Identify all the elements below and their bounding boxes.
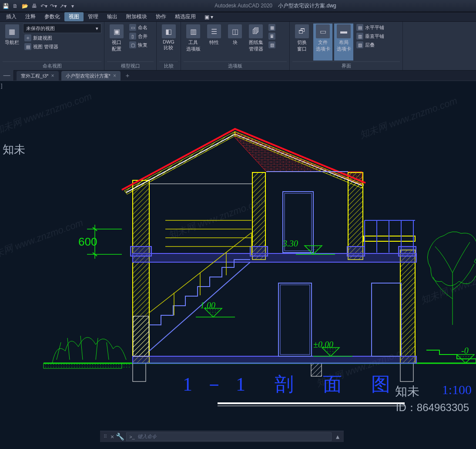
svg-rect-6 bbox=[133, 363, 146, 381]
window-title: Autodesk AutoCAD 2020 小户型农宅设计方案.dwg bbox=[77, 2, 474, 10]
layout-tabs-button[interactable]: ▬布局 选项卡 bbox=[334, 24, 353, 61]
save-icon[interactable]: 💾 bbox=[2, 2, 10, 10]
elevation-000: ±0.00 bbox=[313, 340, 333, 349]
command-input[interactable]: >_ 键入命令 bbox=[126, 432, 332, 441]
tile-v-icon: ▥ bbox=[356, 33, 363, 40]
navbar-label: 导航栏 bbox=[5, 39, 19, 46]
new-view-button[interactable]: ✧新建视图 bbox=[23, 34, 54, 42]
restore-vp-button[interactable]: ▢恢复 bbox=[128, 41, 149, 49]
menu-manage[interactable]: 管理 bbox=[84, 12, 103, 21]
svg-rect-15 bbox=[133, 356, 416, 363]
menu-featured[interactable]: 精选应用 bbox=[171, 12, 200, 21]
restore-vp-icon: ▢ bbox=[129, 41, 136, 48]
menu-collaborate[interactable]: 协作 bbox=[151, 12, 171, 21]
command-hint: 键入命令 bbox=[137, 433, 157, 440]
start-tab[interactable]: — bbox=[0, 70, 14, 81]
file-tabs-button[interactable]: ▭文件 选项卡 bbox=[313, 24, 332, 61]
svg-rect-40 bbox=[278, 283, 312, 356]
palette-misc-2[interactable]: 🖩 bbox=[267, 32, 277, 40]
wrench-icon[interactable]: 🔧 bbox=[116, 432, 124, 441]
menu-annotate[interactable]: 注释 bbox=[21, 12, 40, 21]
doc-tab-label: 室外工程_t3* bbox=[21, 73, 49, 79]
title-bar: 💾 🗎 📂 🖶 ↶▾ ↷▾ ↗▾ ▾ Autodesk AutoCAD 2020… bbox=[0, 0, 476, 12]
elevation-330: 3.30 bbox=[282, 239, 298, 248]
quick-access-toolbar: 💾 🗎 📂 🖶 ↶▾ ↷▾ ↗▾ ▾ bbox=[2, 2, 77, 10]
named-vp-icon: ▭ bbox=[129, 24, 136, 31]
named-vp-button[interactable]: ▭命名 bbox=[128, 24, 149, 31]
blocks-button[interactable]: ◫块 bbox=[225, 24, 245, 61]
misc-icon: ▧ bbox=[268, 41, 275, 48]
menu-overflow[interactable]: ▣ ▾ bbox=[200, 13, 218, 21]
svg-rect-43 bbox=[133, 316, 149, 356]
chevron-up-icon[interactable]: ▴ bbox=[333, 432, 342, 441]
panel-model-viewports: ▣ 视口 配置 ▭命名 ▯合并 ▢恢复 模型视口 bbox=[104, 22, 157, 70]
elevation-neg: -0 bbox=[461, 346, 469, 355]
ribbon: ▦ 导航栏 未保存的视图 ▾ ✧新建视图 ▤视图 管理器 命名视图 ▣ 视口 配… bbox=[0, 22, 476, 71]
print-icon[interactable]: 🖶 bbox=[30, 2, 38, 10]
menu-output[interactable]: 输出 bbox=[103, 12, 122, 21]
panel-named-views: ▦ 导航栏 未保存的视图 ▾ ✧新建视图 ▤视图 管理器 命名视图 bbox=[0, 22, 104, 70]
doc-tab-1[interactable]: 小户型农宅设计方案* × bbox=[61, 71, 121, 81]
doc-tab-0[interactable]: 室外工程_t3* × bbox=[17, 71, 59, 81]
dwg-compare-label: DWG 比较 bbox=[163, 39, 174, 51]
redo-icon[interactable]: ↷▾ bbox=[50, 2, 57, 10]
viewport-config-button[interactable]: ▣ 视口 配置 bbox=[107, 24, 126, 61]
cascade-icon: ▧ bbox=[356, 41, 363, 48]
dimension-600: 600 bbox=[78, 235, 97, 248]
menu-view[interactable]: 视图 bbox=[64, 12, 84, 21]
menu-addins[interactable]: 附加模块 bbox=[122, 12, 151, 21]
doc-tab-label: 小户型农宅设计方案* bbox=[66, 73, 111, 79]
cascade-button[interactable]: ▧层叠 bbox=[355, 41, 376, 49]
panel-title: 模型视口 bbox=[107, 61, 154, 70]
plus-icon: ＋ bbox=[124, 72, 131, 80]
zhimo-logo: 知未 bbox=[395, 383, 419, 400]
saved-views-dropdown[interactable]: 未保存的视图 ▾ bbox=[23, 24, 101, 33]
merge-vp-icon: ▯ bbox=[129, 33, 136, 40]
switch-window-button[interactable]: 🗗切换 窗口 bbox=[292, 24, 312, 61]
viewport-config-label: 视口 配置 bbox=[112, 39, 121, 52]
palette-misc-1[interactable]: ▦ bbox=[267, 24, 277, 31]
sheetset-icon: 🗐 bbox=[249, 24, 263, 38]
saveas-icon[interactable]: 🗎 bbox=[11, 2, 19, 10]
tile-h-icon: ▤ bbox=[356, 24, 363, 31]
svg-rect-14 bbox=[133, 253, 416, 262]
svg-rect-16 bbox=[131, 246, 151, 256]
close-icon[interactable]: × bbox=[111, 433, 114, 440]
add-tab-button[interactable]: ＋ bbox=[122, 71, 133, 81]
saved-views-text: 未保存的视图 bbox=[26, 25, 55, 32]
menu-parametric[interactable]: 参数化 bbox=[40, 12, 64, 21]
tile-horizontal-button[interactable]: ▤水平平铺 bbox=[355, 24, 385, 31]
open-icon[interactable]: 📂 bbox=[21, 2, 29, 10]
misc-icon: ▦ bbox=[268, 24, 275, 31]
close-icon[interactable]: × bbox=[51, 73, 54, 79]
panel-title: 比较 bbox=[159, 61, 178, 70]
drawing-title: 1－1 剖 面 图 bbox=[183, 371, 402, 397]
dwg-compare-icon: ◧ bbox=[162, 24, 176, 38]
panel-compare: ◧ DWG 比较 比较 bbox=[157, 22, 181, 70]
svg-rect-42 bbox=[372, 283, 401, 356]
navbar-button[interactable]: ▦ 导航栏 bbox=[3, 24, 21, 61]
navbar-icon: ▦ bbox=[5, 24, 19, 38]
switch-window-icon: 🗗 bbox=[295, 24, 309, 38]
share-icon[interactable]: ↗▾ bbox=[59, 2, 67, 10]
view-manager-button[interactable]: ▤视图 管理器 bbox=[23, 43, 60, 51]
properties-button[interactable]: ☰特性 bbox=[204, 24, 224, 61]
menu-insert[interactable]: 插入 bbox=[2, 12, 21, 21]
panel-interface: 🗗切换 窗口 ▭文件 选项卡 ▬布局 选项卡 ▤水平平铺 ▥垂直平铺 ▧层叠 界… bbox=[290, 22, 403, 70]
qat-overflow-icon[interactable]: ▾ bbox=[69, 2, 77, 10]
id-label: ID：864963305 bbox=[396, 401, 469, 415]
drawing-canvas[interactable]: ] 知未网 www.znzmo.com 知未网 www.znzmo.com 知未… bbox=[0, 81, 476, 416]
dwg-compare-button[interactable]: ◧ DWG 比较 bbox=[159, 24, 178, 61]
merge-vp-button[interactable]: ▯合并 bbox=[128, 32, 149, 40]
tool-palette-button[interactable]: ▥工具 选项板 bbox=[184, 24, 203, 61]
undo-icon[interactable]: ↶▾ bbox=[40, 2, 48, 10]
chevron-down-icon: ▾ bbox=[96, 26, 98, 31]
misc-icon: 🖩 bbox=[268, 33, 275, 40]
tile-vertical-button[interactable]: ▥垂直平铺 bbox=[355, 32, 385, 40]
palette-misc-3[interactable]: ▧ bbox=[267, 41, 277, 49]
close-icon[interactable]: × bbox=[113, 73, 116, 79]
minus-icon: — bbox=[3, 71, 10, 79]
new-view-icon: ✧ bbox=[24, 34, 31, 41]
sheetset-button[interactable]: 🗐图纸集 管理器 bbox=[246, 24, 265, 61]
drag-handle-icon[interactable]: ⠿ bbox=[102, 434, 109, 439]
